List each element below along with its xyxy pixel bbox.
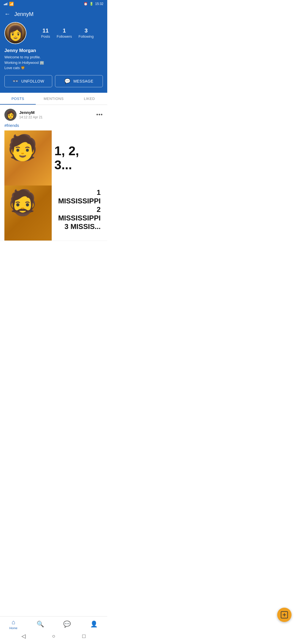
unfollow-button[interactable]: 👓 UNFOLLOW [4,75,52,87]
profile-top: 11 Posts 1 Followers 3 Following [4,22,103,44]
time-display: 15:32 [95,2,103,6]
followers-stat[interactable]: 1 Followers [57,28,72,39]
profile-name: Jenny Morgan [4,48,103,53]
bio-line1: Welcome to my profile. [4,55,41,59]
post-author-name: JennyM [19,110,43,115]
action-buttons: 👓 UNFOLLOW 💬 MESSAGE [4,75,103,87]
status-bar: 📶 ⏰ 🔋 15:32 [0,0,107,8]
header-title: JennyM [14,11,34,17]
post-author-avatar [4,109,16,121]
meme-text-top: 1, 2, 3... [52,130,103,185]
header: ← JennyM [0,8,107,22]
tab-mentions[interactable]: MENTIONS [36,93,72,105]
signal-icon [4,2,8,5]
feed: JennyM 14:12 22 Apr 21 ••• #friends 1 [0,105,107,241]
status-left: 📶 [4,2,14,6]
meme-top-image [4,130,52,185]
post-author-info: JennyM 14:12 22 Apr 21 [19,110,43,119]
back-button[interactable]: ← [4,10,10,18]
bio-line2: Working in Hollywood 🏢 [4,61,44,65]
post-header: JennyM 14:12 22 Apr 21 ••• [4,109,103,121]
profile-bio: Welcome to my profile. Working in Hollyw… [4,54,103,71]
wifi-icon: 📶 [9,2,14,6]
meme-bottom-text: 1 MISSISSIPPI2 MISSISSIPPI3 MISSIS... [54,188,101,231]
posts-stat[interactable]: 11 Posts [41,28,50,39]
profile-stats: 11 Posts 1 Followers 3 Following [32,28,103,39]
message-button[interactable]: 💬 MESSAGE [55,75,103,87]
followers-label: Followers [57,34,72,39]
message-label: MESSAGE [73,79,94,83]
posts-count: 11 [41,28,50,34]
followers-count: 1 [57,28,72,34]
unfollow-label: UNFOLLOW [21,79,44,83]
following-label: Following [79,34,94,39]
post-card: JennyM 14:12 22 Apr 21 ••• #friends 1 [0,105,107,241]
tab-liked[interactable]: LIKED [72,93,107,105]
post-image: 1, 2, 3... 1 MISSISSIPPI2 MISSISSIPPI3 M… [4,130,103,241]
status-right: ⏰ 🔋 15:32 [84,2,103,6]
battery-icon: 🔋 [89,2,94,6]
avatar-image [5,22,26,44]
profile-section: 11 Posts 1 Followers 3 Following Jenny M… [0,22,107,93]
post-author-wrap: JennyM 14:12 22 Apr 21 [4,109,43,121]
meme-left [4,130,52,241]
tab-posts[interactable]: POSTS [0,93,36,105]
post-tag[interactable]: #friends [4,123,103,128]
avatar [4,22,26,44]
binoculars-icon: 👓 [12,78,19,84]
meme-top-text: 1, 2, 3... [54,144,100,172]
post-menu-button[interactable]: ••• [96,111,103,118]
posts-label: Posts [41,34,50,39]
meme-bottom-image [4,185,52,241]
meme-text-bottom: 1 MISSISSIPPI2 MISSISSIPPI3 MISSIS... [52,185,103,241]
bio-line3: Love cats 🦁 [4,66,25,70]
post-time: 14:12 22 Apr 21 [19,115,43,119]
following-count: 3 [79,28,94,34]
alarm-icon: ⏰ [84,2,88,6]
meme-right: 1, 2, 3... 1 MISSISSIPPI2 MISSISSIPPI3 M… [52,130,103,241]
following-stat[interactable]: 3 Following [79,28,94,39]
tabs: POSTS MENTIONS LIKED [0,93,107,105]
message-icon: 💬 [64,78,71,84]
